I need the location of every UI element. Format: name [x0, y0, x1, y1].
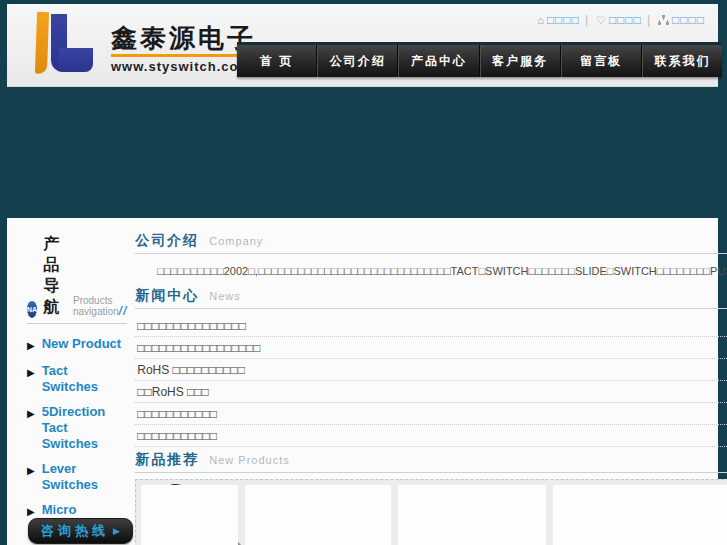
product-image-partial[interactable] [553, 485, 727, 545]
news-item[interactable]: □□□□□□□□□□□ [135, 403, 727, 425]
nav-item-products[interactable]: 产品中心 [398, 45, 479, 77]
hotline-button[interactable]: 咨询热线 ▶ [28, 518, 133, 544]
arrow-bullet-icon: ▶ [27, 461, 35, 493]
content-frame: 鑫泰源电子 www.styswitch.com ⌂ □□□□ | ♡ □□□□ … [7, 4, 718, 545]
content-area: NA 产品导航 Products navigation // ▶New Prod… [7, 218, 718, 545]
sidebar: NA 产品导航 Products navigation // ▶New Prod… [7, 218, 133, 545]
page: 鑫泰源电子 www.styswitch.com ⌂ □□□□ | ♡ □□□□ … [0, 0, 727, 545]
topbar-link-sitemap[interactable]: □□□□ [672, 13, 705, 27]
news-list: □□□□□□□□□□□□□□□ □□□□□□□□□□ □□□□□□□□□□□□□… [135, 315, 727, 447]
sidebar-item-label: 5Direction Tact Switches [42, 404, 128, 452]
sidebar-header: NA 产品导航 Products navigation // [27, 234, 127, 324]
news-row: □□□□□□□□□□□□□□□□□ □□□□□□□□□□□□□□□ [135, 337, 727, 359]
sidebar-item-tact-switches[interactable]: ▶Tact Switches [27, 363, 127, 395]
company-name: 鑫泰源电子 [111, 24, 256, 52]
arrow-bullet-icon: ▶ [27, 404, 35, 452]
sidebar-item-label: Tact Switches [42, 363, 128, 395]
nav-item-contact[interactable]: 联系我们 [642, 45, 722, 77]
product-image-slide-switch-partial[interactable] [141, 485, 238, 545]
site-header: 鑫泰源电子 www.styswitch.com ⌂ □□□□ | ♡ □□□□ … [7, 4, 718, 87]
news-row: RoHS □□□□□□□□□□ □□RoHS □□□□□□ [135, 359, 727, 381]
products-section-header: 新品推荐 New Products _ [135, 451, 727, 473]
logo-orange-stroke [35, 12, 49, 74]
nav-item-service[interactable]: 客户服务 [480, 45, 561, 77]
logo[interactable]: 鑫泰源电子 www.styswitch.com [21, 8, 256, 78]
news-item[interactable]: RoHS □□□□□□□□□□ [135, 359, 727, 381]
main-nav: 首 页 公司介绍 产品中心 客户服务 留言板 联系我们 [237, 42, 722, 77]
products-section-title: 新品推荐 [135, 451, 199, 469]
arrow-bullet-icon: ▶ [27, 363, 35, 395]
sidebar-title: 产品导航 [43, 234, 67, 318]
sidebar-item-5direction-tact-switches[interactable]: ▶5Direction Tact Switches [27, 404, 127, 452]
logo-underline [111, 54, 239, 57]
nav-item-guestbook[interactable]: 留言板 [561, 45, 642, 77]
news-section-header: 新闻中心 News _ [135, 287, 727, 309]
sidebar-nav-list: ▶New Product ▶Tact Switches ▶5Direction … [27, 336, 127, 545]
topbar-links: ⌂ □□□□ | ♡ □□□□ | □□□□ [531, 13, 708, 27]
company-section-subtitle: Company [209, 235, 263, 247]
sidebar-item-new-product[interactable]: ▶New Product [27, 336, 127, 354]
news-row: □□RoHS □□□ □□□□□□□□□□□ [135, 381, 727, 403]
hotline-label: 咨询热线 [41, 522, 109, 540]
news-item[interactable]: □□RoHS □□□ [135, 381, 727, 403]
product-image-tact-switch[interactable] [245, 485, 391, 545]
company-section-title: 公司介绍 [135, 232, 199, 250]
company-intro-text: □□□□□□□□□□2002□,□□□□□□□□□□□□□□□□□□□□□□□□… [135, 264, 727, 279]
main-column: 公司介绍 Company _ □□□□□□□□□□2002□,□□□□□□□□□… [133, 218, 727, 545]
logo-blue-stroke-foot [59, 48, 93, 72]
news-item[interactable]: □□□□□□□□□□□□□□□□□ [135, 337, 727, 359]
news-item[interactable]: □□□□□□□□□□□ [135, 425, 727, 447]
arrow-bullet-icon: ▶ [27, 336, 35, 354]
nav-badge-icon: NA [27, 301, 37, 318]
new-products-strip [135, 479, 727, 545]
sidebar-item-label: New Product [42, 336, 121, 354]
topbar-link-home[interactable]: □□□□ [547, 13, 580, 27]
banner-area [7, 87, 718, 218]
sidebar-item-label: Lever Switches [42, 461, 128, 493]
news-section-title: 新闻中心 [135, 287, 199, 305]
product-image-slide-switch[interactable] [398, 485, 546, 545]
topbar-link-favorite[interactable]: □□□□ [609, 13, 642, 27]
heart-icon: ♡ [596, 14, 606, 27]
sidebar-item-lever-switches[interactable]: ▶Lever Switches [27, 461, 127, 493]
nav-item-home[interactable]: 首 页 [237, 45, 317, 77]
topbar-separator: | [585, 13, 588, 27]
news-section-subtitle: News [209, 290, 241, 302]
topbar-separator: | [647, 13, 650, 27]
home-icon: ⌂ [537, 14, 544, 26]
company-section-header: 公司介绍 Company _ [135, 232, 727, 254]
slashes-decoration: // [119, 304, 128, 318]
nav-item-company[interactable]: 公司介绍 [317, 45, 398, 77]
logo-text: 鑫泰源电子 www.styswitch.com [111, 8, 256, 74]
sidebar-subtitle: Products navigation [73, 295, 119, 318]
news-row: □□□□□□□□□□□ □□□□□□□□□□□ [135, 403, 727, 425]
news-row: □□□□□□□□□□□ □□□□□□□□□□□□□□□□ [135, 425, 727, 447]
logo-mark-icon [21, 8, 93, 78]
website-url: www.styswitch.com [111, 59, 256, 74]
news-item[interactable]: □□□□□□□□□□□□□□□ [135, 315, 727, 337]
sitemap-icon [658, 15, 669, 26]
hotline-arrow-icon: ▶ [113, 526, 120, 536]
news-row: □□□□□□□□□□□□□□□ □□□□□□□□□□ [135, 315, 727, 337]
products-section-subtitle: New Products [209, 454, 289, 466]
